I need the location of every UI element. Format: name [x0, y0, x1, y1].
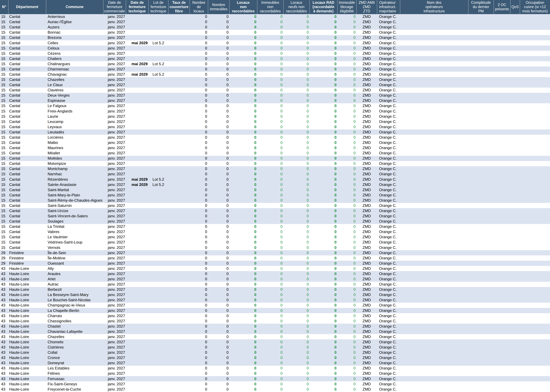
cell-locaux-rad: 0 [309, 245, 337, 250]
cell-oc-presents [494, 324, 510, 329]
cell-nombre-immeubles: 0 [208, 145, 229, 151]
cell-nombre-immeubles: 0 [208, 292, 229, 297]
cell-qos [510, 56, 520, 61]
cell-no: 43 [0, 376, 8, 381]
cell-immeubles-non-raccordables: 0 [257, 250, 283, 255]
cell-locaux-neufs-non-raccordables: 0 [283, 14, 309, 19]
cell-locaux-neufs-non-raccordables: 0 [283, 171, 309, 177]
cell-locaux-neufs-non-raccordables: 0 [283, 214, 309, 219]
cell-immeubles-non-raccordables: 0 [257, 271, 283, 276]
cell-immeubles-non-raccordables: 0 [257, 88, 283, 93]
cell-dept: Cantal [8, 234, 46, 240]
column-header-completude-pm: Complétude du dernier PM [468, 0, 494, 14]
cell-locaux-non-raccordables: 0 [229, 177, 257, 182]
table-row: 15CantalBonnacjanv. 20270000000ZMDOrange… [0, 30, 550, 35]
cell-immeubles-non-raccordables: 0 [257, 234, 283, 240]
cell-nombre-de-locaux: 0 [190, 318, 208, 324]
cell-lot-fermeture-technique [148, 387, 168, 392]
cell-locaux-non-raccordables: 0 [229, 135, 257, 140]
cell-qos [510, 88, 520, 93]
cell-commune: Sainte-Anastasie [46, 182, 103, 187]
cell-occupation-cuivre [520, 224, 550, 229]
cell-occupation-cuivre [520, 82, 550, 88]
cell-completude-pm [468, 156, 494, 161]
cell-locaux-non-raccordables: 0 [229, 129, 257, 135]
cell-dept: Finistère [8, 261, 46, 266]
cell-nom-operateurs [400, 366, 468, 371]
cell-zmd: ZMD [356, 124, 377, 129]
cell-lot-fermeture-technique [148, 119, 168, 124]
cell-no: 29 [0, 255, 8, 261]
cell-no: 43 [0, 350, 8, 355]
cell-lot-fermeture-technique [148, 350, 168, 355]
cell-completude-pm [468, 255, 494, 261]
cell-completude-pm [468, 177, 494, 182]
cell-zmd: ZMD [356, 177, 377, 182]
cell-date-fermeture-technique [126, 371, 148, 376]
cell-operateur: Orange C. [377, 282, 400, 287]
cell-date-fermeture-commerciale: janv. 2027 [103, 25, 126, 30]
cell-date-fermeture-technique [126, 234, 148, 240]
cell-date-fermeture-commerciale: janv. 2027 [103, 103, 126, 109]
cell-taux-couverture-fibre [168, 35, 190, 40]
cell-locaux-rad: 0 [309, 88, 337, 93]
cell-nombre-de-locaux: 0 [190, 250, 208, 255]
cell-nom-operateurs [400, 82, 468, 88]
cell-commune: Saint-Saturnin [46, 203, 103, 208]
cell-completude-pm [468, 46, 494, 51]
cell-commune: Leucamp [46, 119, 103, 124]
column-header-immeubles-non-raccordables: Immeubles non raccordables [257, 0, 283, 14]
cell-nom-operateurs [400, 140, 468, 145]
cell-commune: Auriac-l'Église [46, 19, 103, 25]
cell-immeubles-non-raccordables: 0 [257, 114, 283, 119]
table-row: 15CantalVabresjanv. 20270000000ZMDOrange… [0, 229, 550, 234]
cell-operateur: Orange C. [377, 66, 400, 72]
cell-oc-presents [494, 61, 510, 66]
cell-date-fermeture-technique [126, 77, 148, 82]
cell-locaux-neufs-non-raccordables: 0 [283, 25, 309, 30]
cell-immeubles-non-raccordables: 0 [257, 360, 283, 366]
cell-commune: Chazelles [46, 77, 103, 82]
cell-immeuble-blocage-eligibilite: 0 [337, 219, 356, 224]
table-row: 29FinistèreÎle-de-Seinjanv. 20270000000Z… [0, 250, 550, 255]
column-header-nombre-de-locaux: Nombre de locaux [190, 0, 208, 14]
cell-nombre-immeubles: 0 [208, 35, 229, 40]
cell-zmd: ZMD [356, 77, 377, 82]
cell-nombre-immeubles: 0 [208, 277, 229, 282]
cell-occupation-cuivre [520, 271, 550, 276]
cell-locaux-non-raccordables: 0 [229, 250, 257, 255]
cell-oc-presents [494, 245, 510, 250]
cell-immeubles-non-raccordables: 0 [257, 103, 283, 109]
cell-occupation-cuivre [520, 135, 550, 140]
cell-operateur: Orange C. [377, 40, 400, 46]
cell-nom-operateurs [400, 198, 468, 203]
cell-nombre-immeubles: 0 [208, 114, 229, 119]
cell-no: 15 [0, 40, 8, 46]
cell-nombre-immeubles: 0 [208, 109, 229, 114]
cell-locaux-non-raccordables: 0 [229, 40, 257, 46]
cell-oc-presents [494, 339, 510, 344]
cell-nombre-de-locaux: 0 [190, 329, 208, 334]
cell-qos [510, 135, 520, 140]
cell-qos [510, 161, 520, 166]
table-row: 15CantalCharmensacjanv. 20270000000ZMDOr… [0, 66, 550, 72]
cell-nombre-de-locaux: 0 [190, 350, 208, 355]
cell-nombre-de-locaux: 0 [190, 40, 208, 46]
cell-oc-presents [494, 234, 510, 240]
cell-occupation-cuivre [520, 177, 550, 182]
cell-nombre-immeubles: 0 [208, 93, 229, 98]
cell-zmd: ZMD [356, 56, 377, 61]
table-row: 15CantalSaint-Vincent-de-Salersjanv. 202… [0, 214, 550, 219]
cell-zmd: ZMD [356, 30, 377, 35]
cell-nombre-de-locaux: 0 [190, 151, 208, 156]
cell-nom-operateurs [400, 266, 468, 271]
cell-commune: La Besseyre-Saint-Mary [46, 292, 103, 297]
cell-completude-pm [468, 198, 494, 203]
cell-no: 15 [0, 114, 8, 119]
cell-locaux-neufs-non-raccordables: 0 [283, 103, 309, 109]
cell-lot-fermeture-technique [148, 287, 168, 292]
cell-zmd: ZMD [356, 72, 377, 77]
cell-oc-presents [494, 145, 510, 151]
cell-zmd: ZMD [356, 14, 377, 19]
cell-oc-presents [494, 355, 510, 360]
